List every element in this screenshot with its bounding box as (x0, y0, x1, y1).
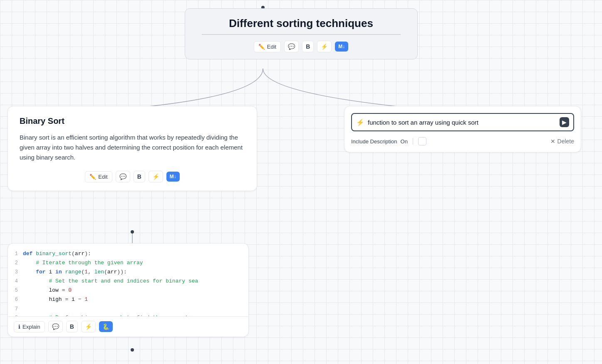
on-label: On (401, 138, 408, 145)
comment-icon-3: 💬 (52, 323, 59, 330)
root-node: Different sorting techniques ✏️ Edit 💬 B… (185, 8, 418, 59)
root-edit-button[interactable]: ✏️ Edit (254, 41, 281, 52)
quick-sort-meta-left: Include Description On (351, 137, 426, 145)
bold-icon-2: B (137, 173, 141, 180)
root-bold-button[interactable]: B (302, 41, 314, 52)
lightning-icon: ⚡ (321, 43, 328, 50)
code-line-2: 2 # Iterate through the given array (8, 258, 248, 268)
comment-icon: 💬 (288, 43, 295, 50)
quick-sort-submit-button[interactable]: ▶ (560, 117, 569, 127)
binary-sort-toolbar: ✏️ Edit 💬 B ⚡ M↓ (20, 171, 245, 182)
code-comment-button[interactable]: 💬 (48, 321, 63, 332)
comment-icon-2: 💬 (119, 173, 126, 180)
play-icon: ▶ (562, 119, 567, 125)
edit-icon: ✏️ (258, 44, 265, 50)
quick-sort-input[interactable] (368, 119, 560, 126)
python-button[interactable]: 🐍 (99, 321, 113, 332)
binary-comment-button[interactable]: 💬 (116, 171, 130, 182)
binary-bold-button[interactable]: B (134, 171, 145, 182)
include-description-label: Include Description (351, 138, 397, 145)
lightning-icon-3: ⚡ (356, 118, 364, 126)
code-line-3: 3 for i in range(1, len(arr)): (8, 268, 248, 277)
toggle-divider (413, 138, 413, 145)
binary-sort-description: Binary sort is an efficient sorting algo… (20, 133, 245, 162)
root-toolbar: ✏️ Edit 💬 B ⚡ M↓ (202, 41, 401, 52)
root-comment-button[interactable]: 💬 (284, 41, 299, 52)
lightning-icon-4: ⚡ (85, 323, 92, 330)
code-area: 1 def binary_sort(arr): 2 # Iterate thro… (8, 243, 248, 316)
code-line-4: 4 # Set the start and end indices for bi… (8, 277, 248, 286)
toggle-checkbox[interactable] (418, 137, 426, 145)
code-toolbar: ℹ Explain 💬 B ⚡ 🐍 (8, 316, 248, 337)
svg-point-6 (131, 348, 134, 352)
root-md-button[interactable]: M↓ (335, 42, 348, 52)
code-card: 1 def binary_sort(arr): 2 # Iterate thro… (7, 243, 249, 337)
root-title: Different sorting techniques (202, 17, 401, 35)
code-line-6: 6 high = i − 1 (8, 295, 248, 304)
code-line-1: 1 def binary_sort(arr): (8, 249, 248, 258)
svg-point-4 (131, 230, 134, 234)
binary-lightning-button[interactable]: ⚡ (149, 171, 163, 182)
binary-sort-title: Binary Sort (20, 116, 245, 126)
quick-sort-input-container: ⚡ ▶ (351, 113, 574, 131)
code-bold-button[interactable]: B (66, 321, 78, 332)
code-lightning-button[interactable]: ⚡ (81, 321, 96, 332)
code-line-5: 5 low = 0 (8, 286, 248, 295)
binary-sort-card: Binary Sort Binary sort is an efficient … (7, 106, 257, 191)
python-icon: 🐍 (102, 323, 109, 330)
quick-sort-meta: Include Description On ✕ Delete (351, 137, 574, 145)
quick-sort-card: ⚡ ▶ Include Description On ✕ Delete (344, 106, 581, 152)
root-lightning-button[interactable]: ⚡ (317, 41, 332, 52)
explain-button[interactable]: ℹ Explain (14, 321, 45, 332)
code-line-8: 8 # Perform binary search to find the co… (8, 313, 248, 316)
binary-md-button[interactable]: M↓ (166, 172, 180, 182)
info-icon: ℹ (18, 324, 20, 330)
binary-edit-button[interactable]: ✏️ Edit (85, 171, 112, 182)
bold-icon-3: B (70, 323, 74, 330)
close-icon: ✕ (550, 138, 555, 145)
lightning-icon-2: ⚡ (152, 173, 159, 180)
code-line-7: 7 (8, 305, 248, 313)
edit-icon-2: ✏️ (89, 174, 96, 180)
delete-button[interactable]: ✕ Delete (550, 138, 574, 145)
bold-icon: B (306, 43, 310, 50)
